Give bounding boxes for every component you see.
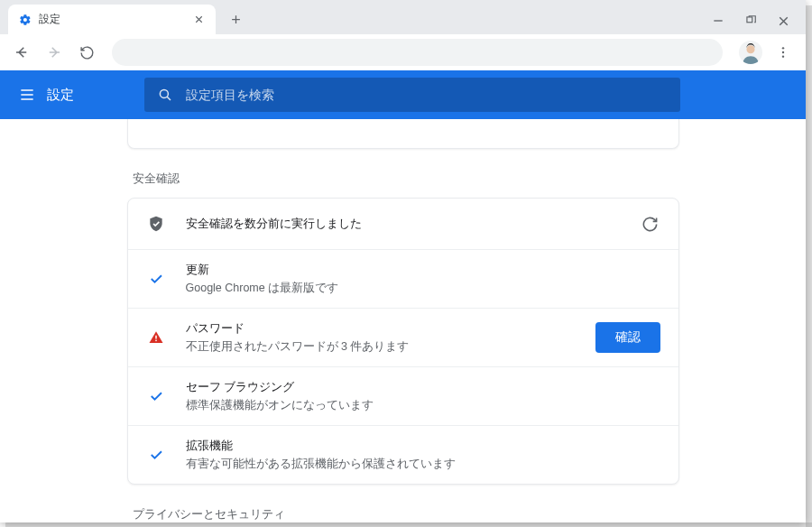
check-icon [146,447,166,463]
settings-title: 設定 [47,87,74,104]
safety-item-passwords[interactable]: パスワード 不正使用されたパスワードが 3 件あります 確認 [128,308,678,366]
search-icon [157,87,173,103]
svg-point-1 [746,45,754,53]
item-title: 拡張機能 [186,438,660,454]
svg-rect-7 [155,340,157,342]
svg-rect-6 [155,336,157,339]
settings-content: 安全確認 安全確認を数分前に実行しました 更新 [0,119,806,522]
item-desc: Google Chrome は最新版です [186,281,660,296]
new-tab-button[interactable] [223,6,248,32]
gear-icon [19,14,32,26]
warning-icon [146,329,166,346]
browser-window: 設定 [0,0,806,522]
tab-settings[interactable]: 設定 [8,5,216,34]
safety-check-card: 安全確認を数分前に実行しました 更新 Google Chrome は最新版です [127,198,679,485]
previous-card-bottom [127,119,679,149]
window-controls [710,13,806,34]
safety-item-safe-browsing[interactable]: セーフ ブラウジング 標準保護機能がオンになっています [128,366,678,425]
forward-button[interactable] [40,38,69,67]
safety-item-extensions[interactable]: 拡張機能 有害な可能性がある拡張機能から保護されています [128,425,678,484]
item-desc: 不正使用されたパスワードが 3 件あります [186,339,585,355]
hamburger-icon[interactable] [9,77,45,113]
svg-point-2 [782,47,784,49]
back-button[interactable] [7,38,36,67]
minimize-icon[interactable] [710,13,726,29]
close-icon[interactable] [192,14,205,26]
profile-avatar[interactable] [739,41,762,64]
tab-strip: 設定 [0,0,806,34]
safety-check-status: 安全確認を数分前に実行しました [186,216,630,232]
svg-rect-0 [747,17,752,23]
item-title: パスワード [186,320,585,337]
svg-point-3 [782,51,784,53]
section-label-privacy: プライバシーとセキュリティ [133,506,679,522]
maximize-icon[interactable] [743,13,759,29]
reload-button[interactable] [72,38,101,67]
settings-search-input[interactable] [186,88,668,102]
confirm-button[interactable]: 確認 [595,322,660,353]
item-title: セーフ ブラウジング [186,379,660,395]
item-desc: 標準保護機能がオンになっています [186,398,660,413]
check-icon [146,271,166,287]
safety-check-header-row: 安全確認を数分前に実行しました [128,199,678,249]
check-icon [146,388,166,404]
svg-point-5 [160,89,168,97]
item-title: 更新 [186,262,660,278]
item-desc: 有害な可能性がある拡張機能から保護されています [186,457,660,472]
kebab-menu-icon[interactable] [770,39,797,66]
settings-header: 設定 [0,70,806,119]
safety-item-updates[interactable]: 更新 Google Chrome は最新版です [128,249,678,308]
window-close-icon[interactable] [775,13,791,29]
section-label-safety: 安全確認 [133,171,679,187]
settings-search[interactable] [144,78,680,112]
refresh-icon[interactable] [641,214,660,234]
tab-title: 設定 [39,12,185,27]
shield-check-icon [146,215,166,233]
browser-toolbar [0,34,806,70]
svg-point-4 [782,55,784,57]
address-bar[interactable] [112,39,723,66]
